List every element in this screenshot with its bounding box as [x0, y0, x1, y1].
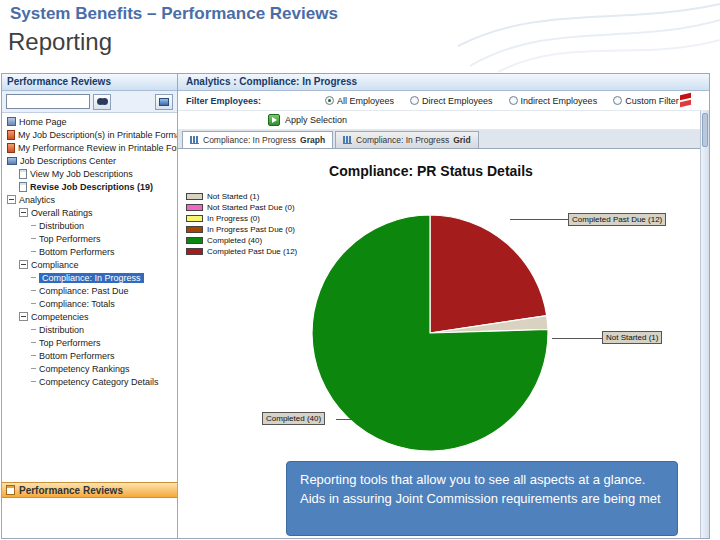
radio-option[interactable]: Direct Employees: [410, 96, 493, 106]
legend-swatch: [186, 237, 203, 244]
main-header-breadcrumb: Analytics : Compliance: In Progress: [178, 74, 709, 91]
tree-item[interactable]: Distribution: [2, 323, 177, 336]
tree-item[interactable]: Compliance: Totals: [2, 297, 177, 310]
grid-icon: [343, 136, 352, 144]
tree-item-label: Overall Ratings: [31, 208, 93, 218]
search-button[interactable]: [93, 94, 111, 110]
tree-item[interactable]: Distribution: [2, 219, 177, 232]
tree-item-label: Distribution: [39, 221, 84, 231]
tree-item-label: My Performance Review in Printable Forma: [18, 143, 177, 153]
tree-item[interactable]: My Performance Review in Printable Forma: [2, 141, 177, 154]
sidebar-search-bar: [2, 91, 177, 113]
tree-item[interactable]: Compliance: [2, 258, 177, 271]
legend-item: Completed (40): [186, 235, 297, 246]
radio-unselected-icon[interactable]: [509, 96, 518, 105]
leaf-icon: [31, 368, 36, 369]
tree-item-label: Revise Job Descriptions (19): [30, 182, 153, 192]
legend-label: Not Started Past Due (0): [207, 203, 295, 212]
decorative-swirls: [380, 0, 720, 74]
tree-item-label: Job Descriptions Center: [20, 156, 116, 166]
tab-compliance-in-progress-graph[interactable]: Compliance: In Progress Graph: [182, 131, 333, 148]
tree-item[interactable]: Compliance: In Progress: [2, 271, 177, 284]
tree-item[interactable]: Analytics: [2, 193, 177, 206]
apply-selection-button[interactable]: Apply Selection: [178, 111, 709, 130]
tree-item-label: Compliance: Totals: [39, 299, 115, 309]
sidebar-footer-label: Performance Reviews: [19, 485, 123, 496]
leaf-icon: [31, 225, 36, 226]
doc-icon: [19, 169, 27, 179]
sidebar-footer-performance-reviews[interactable]: Performance Reviews: [2, 482, 177, 498]
leaf-icon: [31, 342, 36, 343]
tab-bar: Compliance: In Progress Graph Compliance…: [178, 130, 709, 149]
legend-label: In Progress (0): [207, 214, 260, 223]
callout-line: [510, 219, 568, 220]
home-icon: [7, 117, 16, 126]
filter-label: Filter Employees:: [186, 96, 261, 106]
tree-item[interactable]: Top Performers: [2, 232, 177, 245]
vertical-scrollbar[interactable]: [700, 111, 709, 538]
tree-item-label: Top Performers: [39, 338, 101, 348]
page-subtitle: Reporting: [8, 28, 112, 56]
tree-item-label: Competency Rankings: [39, 364, 130, 374]
sidebar-tree: Home PageMy Job Description(s) in Printa…: [2, 113, 177, 482]
tab-view-label: Graph: [300, 135, 325, 145]
leaf-icon: [31, 290, 36, 291]
legend-item: Not Started (1): [186, 191, 297, 202]
tree-item[interactable]: Competency Category Details: [2, 375, 177, 388]
callout-line: [552, 338, 602, 339]
chart-title: Compliance: PR Status Details: [178, 163, 684, 179]
tree-item[interactable]: Bottom Performers: [2, 349, 177, 362]
doc-red-icon: [7, 130, 15, 140]
tree-item[interactable]: Compliance: Past Due: [2, 284, 177, 297]
radio-option[interactable]: All Employees: [325, 96, 394, 106]
tree-item[interactable]: View My Job Descriptions: [2, 167, 177, 180]
legend-swatch: [186, 215, 203, 222]
tab-view-label: Grid: [453, 135, 470, 145]
pie-slice-completed-past-due: [430, 215, 547, 333]
clipboard-icon: [6, 485, 15, 495]
legend-label: Completed Past Due (12): [207, 247, 297, 256]
radio-label: All Employees: [337, 96, 394, 106]
expander-icon: [7, 195, 16, 204]
leaf-icon: [31, 277, 36, 278]
doc-red-icon: [7, 143, 15, 153]
bar-chart-icon: [190, 136, 199, 144]
chart-legend: Not Started (1)Not Started Past Due (0)I…: [186, 191, 297, 257]
callout-line: [336, 419, 356, 420]
caption-box: Reporting tools that allow you to see al…: [286, 461, 678, 536]
tree-item-label: Distribution: [39, 325, 84, 335]
radio-option[interactable]: Custom Filter: [613, 96, 679, 106]
tree-item[interactable]: Top Performers: [2, 336, 177, 349]
tree-item[interactable]: Home Page: [2, 115, 177, 128]
tree-item[interactable]: Competencies: [2, 310, 177, 323]
radio-option[interactable]: Indirect Employees: [509, 96, 598, 106]
legend-swatch: [186, 204, 203, 211]
tree-item[interactable]: My Job Description(s) in Printable Forma…: [2, 128, 177, 141]
sidebar: Performance Reviews Home PageMy Job Desc…: [2, 74, 178, 538]
tree-item-label: Competencies: [31, 312, 89, 322]
callout-completed: Completed (40): [262, 412, 325, 425]
radio-label: Custom Filter: [625, 96, 679, 106]
scrollbar-thumb[interactable]: [702, 113, 708, 147]
tree-item-label: Bottom Performers: [39, 247, 115, 257]
mail-button[interactable]: [155, 94, 173, 110]
tree-item[interactable]: Revise Job Descriptions (19): [2, 180, 177, 193]
radio-unselected-icon[interactable]: [410, 96, 419, 105]
tree-item[interactable]: Bottom Performers: [2, 245, 177, 258]
tab-compliance-in-progress-grid[interactable]: Compliance: In Progress Grid: [335, 131, 479, 148]
radio-selected-icon[interactable]: [325, 96, 334, 105]
search-input[interactable]: [6, 94, 90, 109]
radio-unselected-icon[interactable]: [613, 96, 622, 105]
tree-item[interactable]: Job Descriptions Center: [2, 154, 177, 167]
tree-item[interactable]: Overall Ratings: [2, 206, 177, 219]
filter-row: Filter Employees: All EmployeesDirect Em…: [178, 91, 709, 111]
expander-icon: [19, 312, 28, 321]
page-title: System Benefits – Performance Reviews: [10, 4, 338, 24]
radio-label: Indirect Employees: [521, 96, 598, 106]
legend-swatch: [186, 193, 203, 200]
folder-icon: [7, 157, 17, 165]
legend-swatch: [186, 226, 203, 233]
tab-label: Compliance: In Progress: [203, 135, 296, 145]
tree-item-label: Top Performers: [39, 234, 101, 244]
tree-item[interactable]: Competency Rankings: [2, 362, 177, 375]
